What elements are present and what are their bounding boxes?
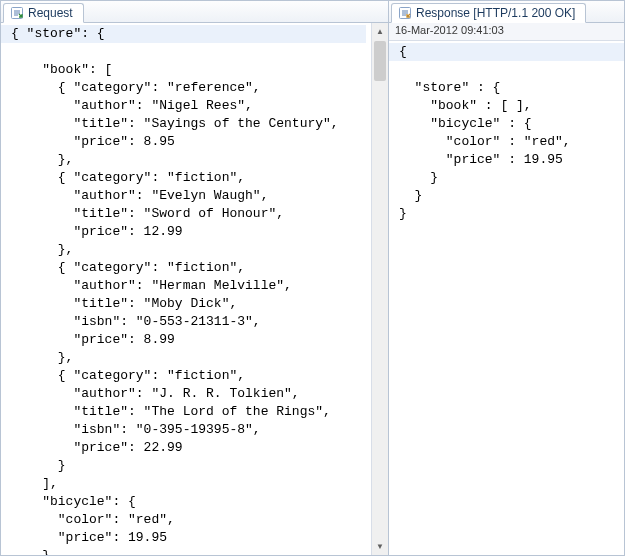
- response-icon: [398, 6, 412, 20]
- response-tabbar: Response [HTTP/1.1 200 OK]: [389, 1, 624, 23]
- response-panel: Response [HTTP/1.1 200 OK] 16-Mar-2012 0…: [389, 1, 624, 555]
- scroll-down-icon[interactable]: ▼: [372, 538, 388, 555]
- tab-request[interactable]: Request: [3, 3, 84, 23]
- tab-response[interactable]: Response [HTTP/1.1 200 OK]: [391, 3, 586, 23]
- tab-request-label: Request: [28, 6, 73, 20]
- scroll-up-icon[interactable]: ▲: [372, 23, 388, 40]
- request-code-area[interactable]: { "store": { "book": [ { "category": "re…: [1, 23, 388, 555]
- request-tabbar: Request: [1, 1, 388, 23]
- response-timestamp: 16-Mar-2012 09:41:03: [389, 23, 624, 41]
- request-code: { "store": { "book": [ { "category": "re…: [1, 23, 388, 555]
- request-panel: Request { "store": { "book": [ { "catego…: [1, 1, 389, 555]
- tab-response-label: Response [HTTP/1.1 200 OK]: [416, 6, 575, 20]
- response-code: { "store" : { "book" : [ ], "bicycle" : …: [389, 41, 624, 225]
- scroll-thumb[interactable]: [374, 41, 386, 81]
- response-code-area[interactable]: { "store" : { "book" : [ ], "bicycle" : …: [389, 41, 624, 555]
- scrollbar-vertical[interactable]: ▲ ▼: [371, 23, 388, 555]
- request-icon: [10, 6, 24, 20]
